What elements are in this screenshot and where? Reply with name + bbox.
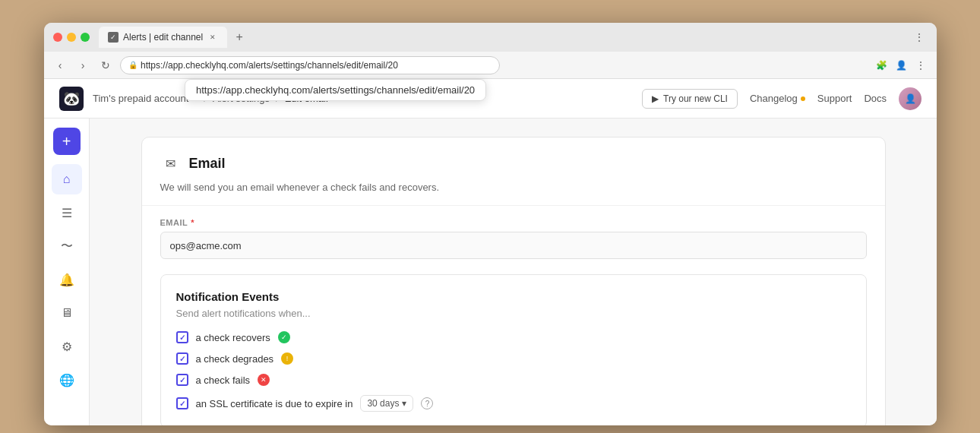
breadcrumb-account[interactable]: Tim's prepaid account ⌃ bbox=[93, 93, 198, 104]
account-name-text: Tim's prepaid account bbox=[93, 93, 188, 104]
sidebar-item-home[interactable]: ⌂ bbox=[52, 164, 82, 194]
try-cli-button[interactable]: ▶ Try our new CLI bbox=[642, 89, 738, 109]
title-bar: ✓ Alerts | edit channel ✕ + ⋮ bbox=[44, 23, 937, 52]
new-tab-button[interactable]: + bbox=[230, 28, 248, 46]
sidebar-item-alerts[interactable]: 🔔 bbox=[52, 264, 82, 295]
ssl-expiry-row: an SSL certificate is due to expire in 3… bbox=[176, 395, 851, 412]
required-indicator: * bbox=[191, 218, 194, 227]
more-button[interactable]: ⋮ bbox=[912, 57, 929, 74]
tab-close-button[interactable]: ✕ bbox=[207, 32, 218, 43]
dashboard-icon: ☰ bbox=[62, 206, 72, 220]
sidebar-item-activity[interactable]: 〜 bbox=[52, 231, 82, 261]
plus-icon: + bbox=[62, 133, 71, 150]
email-input[interactable] bbox=[160, 232, 867, 259]
browser-window: ✓ Alerts | edit channel ✕ + ⋮ ‹ › ↻ 🔒 ht… bbox=[44, 23, 937, 425]
page-card: ✉ Email We will send you an email whenev… bbox=[141, 137, 886, 425]
header-actions: ▶ Try our new CLI Changelog Support Docs… bbox=[642, 87, 922, 110]
traffic-lights bbox=[53, 33, 90, 42]
app-header: 🐼 Tim's prepaid account ⌃ / Alert settin… bbox=[44, 79, 937, 119]
check-degrades-checkbox[interactable] bbox=[176, 352, 188, 365]
user-avatar[interactable]: 👤 bbox=[899, 87, 922, 110]
notification-events-subtitle: Send alert notifications when... bbox=[176, 308, 851, 319]
try-cli-label: Try our new CLI bbox=[663, 93, 728, 104]
check-recovers-checkbox[interactable] bbox=[176, 331, 188, 343]
maximize-traffic-light[interactable] bbox=[81, 33, 90, 42]
notification-events-title: Notification Events bbox=[176, 290, 851, 303]
forward-button[interactable]: › bbox=[74, 57, 91, 74]
main-layout: + ⌂ ☰ 〜 🔔 🖥 ⚙ bbox=[44, 119, 937, 425]
sidebar-add-button[interactable]: + bbox=[53, 128, 81, 155]
ssl-days-selector[interactable]: 30 days ▾ bbox=[360, 395, 413, 412]
check-recovers-label: a check recovers bbox=[196, 332, 270, 343]
app-layout: 🐼 Tim's prepaid account ⌃ / Alert settin… bbox=[44, 79, 937, 425]
email-icon: ✉ bbox=[160, 153, 182, 174]
check-recovers-row: a check recovers ✓ bbox=[176, 331, 851, 343]
tab-label: Alerts | edit channel bbox=[123, 32, 203, 43]
url-bar[interactable]: 🔒 https://app.checklyhq.com/alerts/setti… bbox=[120, 56, 500, 74]
recovers-status-dot: ✓ bbox=[278, 331, 290, 343]
browser-actions: 🧩 👤 ⋮ bbox=[873, 57, 929, 74]
email-label-text: EMAIL bbox=[160, 218, 188, 227]
monitor-icon: 🖥 bbox=[61, 306, 73, 320]
email-form-section: EMAIL * bbox=[142, 206, 885, 259]
sidebar: + ⌂ ☰ 〜 🔔 🖥 ⚙ bbox=[44, 119, 90, 425]
check-fails-label: a check fails bbox=[196, 375, 251, 386]
extensions-button[interactable]: 🧩 bbox=[873, 57, 890, 74]
email-title: Email bbox=[189, 156, 226, 172]
check-fails-checkbox[interactable] bbox=[176, 374, 188, 386]
sidebar-item-settings[interactable]: ⚙ bbox=[52, 331, 82, 362]
changelog-link[interactable]: Changelog bbox=[750, 93, 805, 104]
envelope-icon: ✉ bbox=[166, 156, 175, 171]
lock-icon: 🔒 bbox=[128, 61, 138, 69]
check-degrades-label: a check degrades bbox=[196, 353, 274, 365]
docs-link[interactable]: Docs bbox=[864, 93, 887, 104]
tab-favicon: ✓ bbox=[108, 32, 119, 43]
globe-icon: 🌐 bbox=[59, 373, 74, 387]
ssl-help-icon[interactable]: ? bbox=[421, 397, 433, 409]
email-description: We will send you an email whenever a che… bbox=[160, 182, 867, 193]
address-bar: ‹ › ↻ 🔒 https://app.checklyhq.com/alerts… bbox=[44, 52, 937, 79]
terminal-icon: ▶ bbox=[652, 93, 659, 104]
active-tab[interactable]: ✓ Alerts | edit channel ✕ bbox=[99, 27, 227, 48]
content-area: ✉ Email We will send you an email whenev… bbox=[90, 119, 937, 425]
ssl-expiry-label: an SSL certificate is due to expire in bbox=[196, 398, 353, 409]
ssl-expiry-checkbox[interactable] bbox=[176, 397, 188, 409]
ssl-days-value: 30 days bbox=[367, 398, 399, 409]
support-link[interactable]: Support bbox=[817, 93, 852, 104]
degrades-status-dot: ! bbox=[281, 352, 293, 365]
home-icon: ⌂ bbox=[63, 172, 71, 186]
browser-menu-button[interactable]: ⋮ bbox=[911, 29, 928, 46]
email-field-label: EMAIL * bbox=[160, 218, 867, 227]
url-tooltip: https://app.checklyhq.com/alerts/setting… bbox=[185, 79, 486, 101]
profile-button[interactable]: 👤 bbox=[893, 57, 909, 74]
check-degrades-row: a check degrades ! bbox=[176, 352, 851, 365]
app-logo: 🐼 bbox=[59, 87, 84, 111]
sidebar-item-monitor[interactable]: 🖥 bbox=[52, 298, 82, 328]
fails-status-dot: ✕ bbox=[258, 374, 270, 386]
settings-icon: ⚙ bbox=[62, 340, 72, 354]
sidebar-item-dashboard[interactable]: ☰ bbox=[52, 198, 82, 228]
url-tooltip-text: https://app.checklyhq.com/alerts/setting… bbox=[196, 84, 475, 96]
email-title-row: ✉ Email bbox=[160, 153, 867, 174]
chevron-down-icon: ▾ bbox=[402, 398, 406, 409]
url-text: https://app.checklyhq.com/alerts/setting… bbox=[141, 60, 398, 71]
sidebar-item-globe[interactable]: 🌐 bbox=[52, 365, 82, 395]
close-traffic-light[interactable] bbox=[53, 33, 62, 42]
notification-events-section: Notification Events Send alert notificat… bbox=[160, 274, 867, 425]
back-button[interactable]: ‹ bbox=[52, 57, 68, 74]
tab-bar: ✓ Alerts | edit channel ✕ + bbox=[99, 27, 905, 48]
card-header: ✉ Email We will send you an email whenev… bbox=[142, 137, 885, 206]
refresh-button[interactable]: ↻ bbox=[97, 57, 114, 74]
minimize-traffic-light[interactable] bbox=[67, 33, 76, 42]
check-fails-row: a check fails ✕ bbox=[176, 374, 851, 386]
activity-icon: 〜 bbox=[61, 239, 73, 254]
alerts-icon: 🔔 bbox=[59, 273, 74, 287]
